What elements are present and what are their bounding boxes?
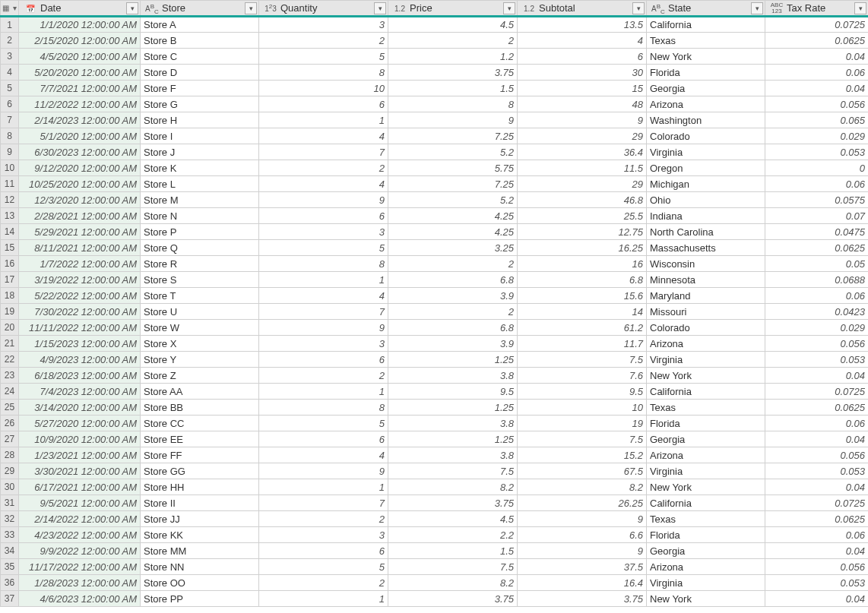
cell[interactable]: Store A xyxy=(141,17,259,33)
table-row[interactable]: 211/15/2023 12:00:00 AMStore X33.911.7Ar… xyxy=(1,336,869,352)
row-number[interactable]: 7 xyxy=(1,112,19,128)
row-number[interactable]: 15 xyxy=(1,240,19,256)
cell[interactable]: 5/1/2020 12:00:00 AM xyxy=(19,128,141,144)
cell[interactable]: 5.75 xyxy=(388,160,518,176)
cell[interactable]: 0.04 xyxy=(765,368,869,384)
cell[interactable]: 11.5 xyxy=(518,160,647,176)
cell[interactable]: Michigan xyxy=(647,176,765,192)
table-row[interactable]: 349/9/2022 12:00:00 AMStore MM61.59Georg… xyxy=(1,543,869,559)
cell[interactable]: 0.065 xyxy=(765,112,869,128)
cell[interactable]: 19 xyxy=(518,416,647,431)
cell[interactable]: 0.056 xyxy=(765,559,869,575)
filter-button[interactable] xyxy=(632,2,645,14)
cell[interactable]: 1 xyxy=(259,112,388,128)
cell[interactable]: 2/15/2020 12:00:00 AM xyxy=(19,33,141,49)
cell[interactable]: California xyxy=(647,495,765,511)
table-row[interactable]: 253/14/2020 12:00:00 AMStore BB81.2510Te… xyxy=(1,400,869,416)
cell[interactable]: Texas xyxy=(647,33,765,49)
cell[interactable]: Georgia xyxy=(647,81,765,96)
table-row[interactable]: 611/2/2022 12:00:00 AMStore G6848Arizona… xyxy=(1,96,869,112)
text-type-icon[interactable]: ABC xyxy=(650,5,667,13)
cell[interactable]: 8 xyxy=(259,65,388,81)
cell[interactable]: 48 xyxy=(518,96,647,112)
table-row[interactable]: 1212/3/2020 12:00:00 AMStore M95.246.8Oh… xyxy=(1,192,869,208)
cell[interactable]: 0.0725 xyxy=(765,17,869,33)
cell[interactable]: 6/18/2023 12:00:00 AM xyxy=(19,368,141,384)
cell[interactable]: Arizona xyxy=(647,96,765,112)
cell[interactable]: 8 xyxy=(388,96,518,112)
cell[interactable]: 11/17/2022 12:00:00 AM xyxy=(19,559,141,575)
cell[interactable]: 4/6/2023 12:00:00 AM xyxy=(19,591,141,607)
cell[interactable]: Arizona xyxy=(647,559,765,575)
cell[interactable]: 0.06 xyxy=(765,288,869,304)
cell[interactable]: 5/20/2020 12:00:00 AM xyxy=(19,65,141,81)
cell[interactable]: Store GG xyxy=(141,463,259,479)
cell[interactable]: Wisconsin xyxy=(647,256,765,272)
cell[interactable]: 8.2 xyxy=(518,479,647,495)
cell[interactable]: Store OO xyxy=(141,575,259,591)
cell[interactable]: 7 xyxy=(259,495,388,511)
cell[interactable]: 6.6 xyxy=(518,527,647,543)
cell[interactable]: Store D xyxy=(141,65,259,81)
cell[interactable]: 0.06 xyxy=(765,65,869,81)
cell[interactable]: 29 xyxy=(518,176,647,192)
cell[interactable]: 0.0575 xyxy=(765,192,869,208)
cell[interactable]: Store BB xyxy=(141,400,259,416)
cell[interactable]: 1/23/2021 12:00:00 AM xyxy=(19,447,141,463)
row-number[interactable]: 13 xyxy=(1,208,19,224)
cell[interactable]: 1/7/2022 12:00:00 AM xyxy=(19,256,141,272)
cell[interactable]: 1.25 xyxy=(388,352,518,368)
cell[interactable]: Store X xyxy=(141,336,259,352)
cell[interactable]: 2/14/2022 12:00:00 AM xyxy=(19,511,141,527)
cell[interactable]: 5 xyxy=(259,416,388,431)
table-row[interactable]: 236/18/2023 12:00:00 AMStore Z23.87.6New… xyxy=(1,368,869,384)
cell[interactable]: 0.04 xyxy=(765,591,869,607)
cell[interactable]: 7/4/2023 12:00:00 AM xyxy=(19,384,141,400)
cell[interactable]: 8/11/2021 12:00:00 AM xyxy=(19,240,141,256)
cell[interactable]: 4.5 xyxy=(388,17,518,33)
cell[interactable]: New York xyxy=(647,368,765,384)
cell[interactable]: Arizona xyxy=(647,447,765,463)
table-row[interactable]: 85/1/2020 12:00:00 AMStore I47.2529Color… xyxy=(1,128,869,144)
cell[interactable]: 37.5 xyxy=(518,559,647,575)
row-number[interactable]: 1 xyxy=(1,17,19,33)
cell[interactable]: 7/30/2022 12:00:00 AM xyxy=(19,304,141,320)
cell[interactable]: Georgia xyxy=(647,543,765,559)
cell[interactable]: 9 xyxy=(518,543,647,559)
cell[interactable]: 0.06 xyxy=(765,527,869,543)
cell[interactable]: 3.8 xyxy=(388,447,518,463)
cell[interactable]: 8.2 xyxy=(388,479,518,495)
cell[interactable]: 9 xyxy=(518,112,647,128)
cell[interactable]: 9 xyxy=(518,511,647,527)
row-number[interactable]: 8 xyxy=(1,128,19,144)
row-number[interactable]: 20 xyxy=(1,320,19,336)
cell[interactable]: 0.0423 xyxy=(765,304,869,320)
cell[interactable]: 3/14/2020 12:00:00 AM xyxy=(19,400,141,416)
filter-button[interactable] xyxy=(374,2,386,14)
cell[interactable]: 1 xyxy=(259,479,388,495)
row-number[interactable]: 11 xyxy=(1,176,19,192)
cell[interactable]: 1.5 xyxy=(388,81,518,96)
cell[interactable]: 0.06 xyxy=(765,176,869,192)
cell[interactable]: 0.05 xyxy=(765,256,869,272)
table-row[interactable]: 374/6/2023 12:00:00 AMStore PP13.753.75N… xyxy=(1,591,869,607)
cell[interactable]: 9/12/2020 12:00:00 AM xyxy=(19,160,141,176)
cell[interactable]: 9/5/2021 12:00:00 AM xyxy=(19,495,141,511)
cell[interactable]: California xyxy=(647,17,765,33)
cell[interactable]: 0.053 xyxy=(765,352,869,368)
cell[interactable]: 5/29/2021 12:00:00 AM xyxy=(19,224,141,240)
row-number[interactable]: 4 xyxy=(1,65,19,81)
cell[interactable]: Missouri xyxy=(647,304,765,320)
table-row[interactable]: 281/23/2021 12:00:00 AMStore FF43.815.2A… xyxy=(1,447,869,463)
cell[interactable]: 4.5 xyxy=(388,511,518,527)
table-row[interactable]: 185/22/2022 12:00:00 AMStore T43.915.6Ma… xyxy=(1,288,869,304)
column-header-store[interactable]: ABCStore xyxy=(141,1,259,17)
cell[interactable]: 6 xyxy=(259,208,388,224)
table-row[interactable]: 161/7/2022 12:00:00 AMStore R8216Wiscons… xyxy=(1,256,869,272)
cell[interactable]: 0.053 xyxy=(765,463,869,479)
cell[interactable]: California xyxy=(647,384,765,400)
cell[interactable]: Store EE xyxy=(141,431,259,447)
cell[interactable]: 9 xyxy=(259,320,388,336)
table-row[interactable]: 57/7/2021 12:00:00 AMStore F101.515Georg… xyxy=(1,81,869,96)
cell[interactable]: 6.8 xyxy=(518,272,647,288)
